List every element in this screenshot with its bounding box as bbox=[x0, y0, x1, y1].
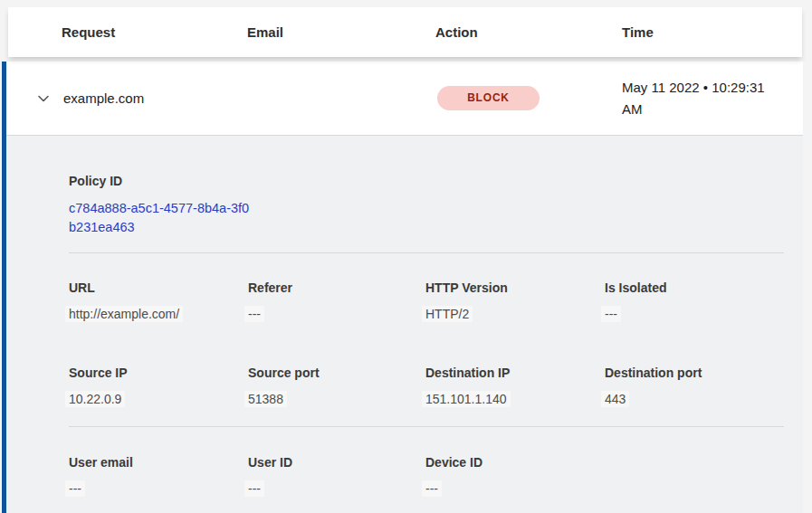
column-header-request: Request bbox=[8, 24, 247, 40]
table-header: Request Email Action Time bbox=[8, 7, 802, 57]
detail-field-source-port: Source port 51388 bbox=[248, 366, 425, 407]
field-label: Is Isolated bbox=[605, 280, 784, 295]
field-value: 151.101.1.140 bbox=[425, 391, 605, 407]
field-label: User ID bbox=[248, 455, 425, 470]
detail-field-http-version: HTTP Version HTTP/2 bbox=[425, 280, 605, 322]
policy-id-link[interactable]: c784a888-a5c1-4577-8b4a-3f0b231ea463 bbox=[69, 199, 252, 237]
field-label: Source port bbox=[248, 366, 425, 380]
field-value: --- bbox=[248, 480, 425, 497]
action-cell: BLOCK bbox=[435, 86, 622, 110]
policy-group: Policy ID c784a888-a5c1-4577-8b4a-3f0b23… bbox=[69, 174, 784, 237]
field-label: Source IP bbox=[69, 366, 248, 380]
chevron-down-icon[interactable] bbox=[36, 91, 51, 106]
column-header-time: Time bbox=[622, 24, 802, 40]
block-status-badge: BLOCK bbox=[437, 86, 540, 110]
detail-field-referer: Referer --- bbox=[248, 280, 425, 322]
section-divider bbox=[69, 426, 784, 427]
field-value: 10.22.0.9 bbox=[69, 391, 248, 407]
field-label: HTTP Version bbox=[425, 280, 605, 295]
time-cell: May 11 2022 • 10:29:31 AM bbox=[622, 77, 803, 120]
field-value: --- bbox=[425, 480, 605, 497]
detail-field-source-ip: Source IP 10.22.0.9 bbox=[69, 366, 248, 407]
field-label: Destination port bbox=[605, 366, 784, 380]
detail-field-is-isolated: Is Isolated --- bbox=[605, 280, 784, 322]
detail-field-destination-port: Destination port 443 bbox=[605, 366, 784, 407]
field-label: User email bbox=[69, 455, 248, 470]
expanded-log-entry: example.com BLOCK May 11 2022 • 10:29:31… bbox=[2, 62, 803, 513]
field-value: 51388 bbox=[248, 391, 425, 407]
detail-field-user-id: User ID --- bbox=[248, 455, 425, 497]
field-value: --- bbox=[69, 480, 248, 497]
detail-field-user-email: User email --- bbox=[69, 455, 248, 497]
field-label: Referer bbox=[248, 280, 425, 295]
detail-row-http: URL http://example.com/ Referer --- HTTP… bbox=[69, 280, 784, 322]
field-label: URL bbox=[69, 280, 248, 295]
request-domain: example.com bbox=[63, 90, 144, 106]
field-value: HTTP/2 bbox=[425, 306, 605, 322]
log-detail-panel: Policy ID c784a888-a5c1-4577-8b4a-3f0b23… bbox=[6, 136, 803, 497]
detail-field-device-id: Device ID --- bbox=[425, 455, 605, 497]
log-table-row[interactable]: example.com BLOCK May 11 2022 • 10:29:31… bbox=[6, 62, 803, 136]
column-header-email: Email bbox=[247, 24, 435, 40]
field-value: 443 bbox=[605, 391, 784, 407]
detail-row-network: Source IP 10.22.0.9 Source port 51388 De… bbox=[69, 366, 784, 407]
request-cell: example.com bbox=[6, 90, 247, 106]
column-header-action: Action bbox=[435, 24, 622, 40]
field-label: Device ID bbox=[425, 455, 605, 470]
detail-field-empty bbox=[605, 455, 784, 497]
detail-field-url: URL http://example.com/ bbox=[69, 280, 248, 322]
field-value: --- bbox=[605, 306, 784, 322]
detail-field-destination-ip: Destination IP 151.101.1.140 bbox=[425, 366, 605, 407]
field-label: Destination IP bbox=[425, 366, 605, 380]
section-divider bbox=[69, 252, 784, 253]
policy-id-label: Policy ID bbox=[69, 174, 784, 188]
field-value: http://example.com/ bbox=[69, 306, 248, 322]
field-value: --- bbox=[248, 306, 425, 322]
detail-row-user: User email --- User ID --- Device ID --- bbox=[69, 455, 784, 497]
